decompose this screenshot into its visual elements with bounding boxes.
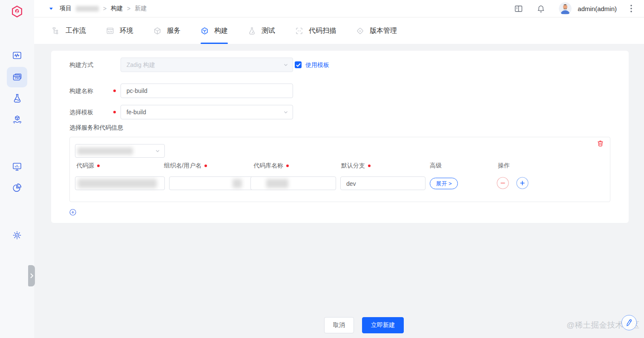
sidebar-item-projects[interactable]: PM <box>7 67 27 87</box>
breadcrumb: 项目 > 构建 > 新建 <box>60 5 147 12</box>
col-code-source: 代码源 <box>76 162 100 170</box>
build-name-field <box>121 84 293 98</box>
repo-name-input[interactable] <box>250 176 336 190</box>
tab-label: 服务 <box>167 26 181 35</box>
breadcrumb-separator: > <box>103 5 106 12</box>
service-cube-icon <box>153 27 161 35</box>
main-content: 构建方式 Zadig 构建 使用模板 构建名称 选择模板 fe-build 选择… <box>34 44 644 338</box>
module-tabbar: 工作流 环境 服务 构建 <box>34 17 644 44</box>
sidebar: PM <box>0 0 34 338</box>
template-select[interactable]: fe-build <box>121 105 293 119</box>
required-dot <box>113 90 116 92</box>
service-name-select[interactable] <box>75 144 165 158</box>
col-operations: 操作 <box>498 162 510 170</box>
sidebar-item-settings[interactable] <box>7 225 27 246</box>
pie-chart-icon <box>12 183 22 193</box>
tab-code-scan[interactable]: 代码扫描 <box>295 17 336 44</box>
projects-icon: PM <box>12 72 23 83</box>
chevron-right-icon <box>29 273 34 279</box>
org-user-input[interactable] <box>169 176 254 190</box>
branch-field <box>340 176 426 190</box>
feedback-pen-button[interactable] <box>621 315 637 330</box>
sidebar-collapse-handle[interactable] <box>28 265 35 286</box>
delivery-icon <box>12 115 23 125</box>
add-service-button[interactable] <box>69 209 76 216</box>
avatar <box>559 2 572 15</box>
username-label: admin(admin) <box>578 5 617 12</box>
redacted-project-name <box>76 6 99 12</box>
add-circle-icon <box>69 209 76 216</box>
chevron-down-icon <box>283 62 288 67</box>
template-label: 选择模板 <box>69 105 93 119</box>
required-dot <box>97 165 100 167</box>
environment-icon <box>106 27 114 35</box>
sidebar-item-insights[interactable] <box>7 156 27 177</box>
flask-icon <box>12 93 22 103</box>
col-repo-name: 代码库名称 <box>253 162 289 170</box>
topbar: 项目 > 构建 > 新建 <box>34 0 644 17</box>
delete-service-button[interactable] <box>597 140 604 147</box>
sidebar-item-tests[interactable] <box>7 88 27 108</box>
minus-circle-icon <box>497 177 509 189</box>
check-icon <box>296 63 301 67</box>
breadcrumb-separator: > <box>127 5 130 12</box>
required-dot <box>204 165 207 167</box>
build-icon <box>201 27 209 35</box>
version-icon <box>356 27 364 35</box>
col-advanced: 高级 <box>430 162 442 170</box>
required-dot <box>368 165 371 167</box>
tab-test[interactable]: 测试 <box>248 17 275 44</box>
tab-service[interactable]: 服务 <box>153 17 181 44</box>
bell-icon[interactable] <box>537 4 545 13</box>
use-template-checkbox[interactable] <box>295 61 302 68</box>
tab-workflow[interactable]: 工作流 <box>52 17 86 44</box>
breadcrumb-current: 新建 <box>135 5 147 12</box>
more-vertical-icon[interactable] <box>630 5 632 12</box>
service-code-section-title: 选择服务和代码信息 <box>69 124 123 132</box>
gear-icon <box>12 230 22 240</box>
cancel-button[interactable]: 取消 <box>324 317 354 333</box>
breadcrumb-build[interactable]: 构建 <box>111 5 123 12</box>
chevron-down-icon <box>155 148 160 153</box>
tab-label: 工作流 <box>66 26 86 35</box>
breadcrumb-projects[interactable]: 项目 <box>60 5 72 12</box>
tab-label: 环境 <box>120 26 133 35</box>
sidebar-item-dashboard[interactable] <box>7 45 27 66</box>
required-dot <box>113 111 116 113</box>
topbar-actions: admin(admin) <box>514 2 632 15</box>
remove-repo-button[interactable] <box>497 177 509 189</box>
required-dot <box>286 165 289 167</box>
expand-advanced-button[interactable]: 展开 > <box>430 178 458 189</box>
insights-icon <box>12 162 22 172</box>
redacted-repo-name <box>266 179 288 188</box>
tab-label: 构建 <box>214 26 228 35</box>
chevron-down-icon <box>283 110 288 115</box>
user-menu[interactable]: admin(admin) <box>559 2 617 15</box>
build-method-label: 构建方式 <box>69 58 93 72</box>
docs-icon[interactable] <box>514 4 523 13</box>
use-template-label[interactable]: 使用模板 <box>305 61 329 68</box>
sidebar-item-statistics[interactable] <box>7 178 27 198</box>
build-method-select: Zadig 构建 <box>121 58 293 72</box>
build-name-label: 构建名称 <box>69 84 93 98</box>
zadig-logo-icon[interactable] <box>11 5 23 18</box>
add-repo-button[interactable] <box>516 177 529 189</box>
code-scan-icon <box>295 27 303 35</box>
redacted-org-user <box>233 179 242 188</box>
service-repo-box: 代码源 组织名/用户名 代码库名称 默认分支 高级 操作 展开 > <box>69 137 610 202</box>
tab-build[interactable]: 构建 <box>201 17 228 44</box>
build-form-card: 构建方式 Zadig 构建 使用模板 构建名称 选择模板 fe-build 选择… <box>51 51 629 223</box>
tab-environment[interactable]: 环境 <box>106 17 133 44</box>
tab-label: 代码扫描 <box>309 26 336 35</box>
tab-version[interactable]: 版本管理 <box>356 17 397 44</box>
col-org-user: 组织名/用户名 <box>164 162 207 170</box>
workflow-icon <box>52 27 60 35</box>
redacted-service-name <box>78 147 133 155</box>
project-switcher-caret-icon[interactable] <box>49 6 54 11</box>
build-name-input[interactable] <box>121 84 293 98</box>
submit-button[interactable]: 立即新建 <box>362 317 404 333</box>
sidebar-item-delivery[interactable] <box>7 110 27 130</box>
test-flask-icon <box>248 27 256 35</box>
code-source-select[interactable] <box>75 176 165 190</box>
default-branch-input[interactable] <box>341 177 425 191</box>
